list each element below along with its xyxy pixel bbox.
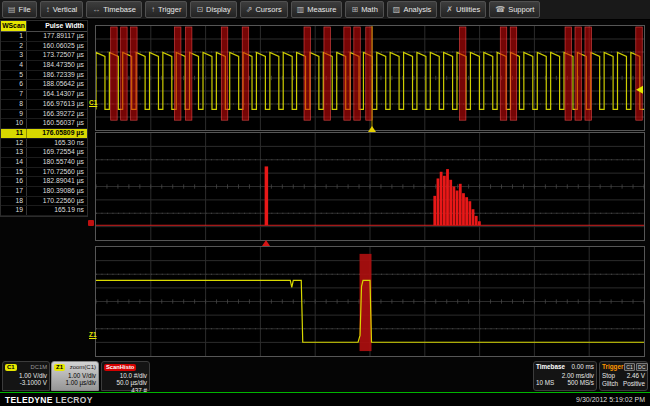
row-index: 7: [1, 90, 27, 99]
menu-label: File: [19, 5, 31, 14]
pulse-width-value: 169.72554 µs: [27, 148, 87, 157]
c1-waveform-grid[interactable]: C1: [95, 25, 645, 131]
wavescan-row-13[interactable]: 13169.72554 µs: [1, 148, 87, 158]
menu-analysis-button[interactable]: ▨Analysis: [387, 1, 438, 18]
row-index: 17: [1, 187, 27, 196]
scanhisto-descriptor-box[interactable]: ScanHisto 10.0 #/div 50.0 µs/div 437 #: [101, 361, 150, 391]
pulse-width-value: 188.05642 µs: [27, 80, 87, 89]
scanhisto-ydiv: 10.0 #/div: [104, 372, 147, 380]
row-index: 6: [1, 80, 27, 89]
pulse-width-header[interactable]: Pulse Width: [27, 21, 87, 31]
menu-label: Utilities: [456, 5, 480, 14]
menu-trigger-button[interactable]: ↑Trigger: [145, 1, 187, 18]
row-index: 2: [1, 42, 27, 51]
zoom-position-marker-icon[interactable]: [368, 126, 376, 132]
row-index: 1: [1, 32, 27, 41]
menu-support-button[interactable]: ☎Support: [489, 1, 540, 18]
menu-timebase-button[interactable]: ↔Timebase: [86, 1, 142, 18]
row-index: 4: [1, 61, 27, 70]
footer-bar: TELEDYNE LECROY 9/30/2012 5:19:02 PM: [0, 393, 650, 406]
wavescan-row-10[interactable]: 10160.56037 µs: [1, 119, 87, 129]
menu-label: Analysis: [403, 5, 431, 14]
utilities-icon: ✗: [446, 6, 453, 14]
trigger-box[interactable]: Trigger C1DC Stop 2.46 V Glitch Positive: [599, 361, 648, 391]
wscan-header[interactable]: WScan: [1, 21, 27, 31]
vertical-arrows-icon: ↕: [46, 6, 50, 14]
timebase-scale: 2.00 ms/div: [536, 372, 594, 380]
wavescan-row-3[interactable]: 3173.72507 µs: [1, 51, 87, 61]
timebase-samples: 10 MS: [536, 379, 554, 388]
trigger-mode: Stop: [602, 372, 615, 381]
menu-math-button[interactable]: ⊞Math: [345, 1, 383, 18]
menu-measure-button[interactable]: ▥Measure: [291, 1, 343, 18]
pulse-width-value: 170.72560 µs: [27, 168, 87, 177]
wavescan-results-table: WScan Pulse Width 1177.89117 µs2160.0602…: [0, 20, 88, 217]
z1-badge: Z1: [54, 364, 65, 372]
timebase-box[interactable]: Timebase 0.00 ms 2.00 ms/div 10 MS 500 M…: [533, 361, 597, 391]
z1-tdiv: 1.00 µs/div: [54, 379, 96, 387]
wavescan-row-14[interactable]: 14180.55740 µs: [1, 158, 87, 168]
menu-vertical-button[interactable]: ↕Vertical: [40, 1, 84, 18]
row-index: 13: [1, 148, 27, 157]
wavescan-row-4[interactable]: 4184.47350 µs: [1, 61, 87, 71]
wavescan-row-16[interactable]: 16182.89041 µs: [1, 177, 87, 187]
row-index: 18: [1, 197, 27, 206]
wavescan-row-7[interactable]: 7164.14307 µs: [1, 90, 87, 100]
pulse-width-value: 165.19 ns: [27, 206, 87, 215]
row-index: 10: [1, 119, 27, 128]
menu-utilities-button[interactable]: ✗Utilities: [440, 1, 486, 18]
wavescan-row-2[interactable]: 2160.06025 µs: [1, 42, 87, 52]
z1-source: zoom(C1): [70, 363, 96, 372]
row-index: 15: [1, 168, 27, 177]
scanhisto-xdiv: 50.0 µs/div: [104, 379, 147, 387]
brand-logo: TELEDYNE LECROY: [5, 395, 93, 405]
z1-descriptor-box[interactable]: Z1 zoom(C1) 1.00 V/div 1.00 µs/div: [51, 361, 99, 391]
menu-label: Display: [206, 5, 231, 14]
wavescan-row-6[interactable]: 6188.05642 µs: [1, 80, 87, 90]
wavescan-row-5[interactable]: 5186.72339 µs: [1, 71, 87, 81]
c1-waveform-plot: [96, 26, 644, 130]
menu-bar: ▤File↕Vertical↔Timebase↑Trigger⊡Display⇗…: [0, 0, 650, 20]
pulse-width-value: 166.39272 µs: [27, 110, 87, 119]
pulse-width-value: 180.55740 µs: [27, 158, 87, 167]
menu-label: Math: [361, 5, 378, 14]
trigger-arrow-icon: ↑: [151, 6, 155, 14]
z1-vdiv: 1.00 V/div: [54, 372, 96, 380]
oscilloscope-screen: ▤File↕Vertical↔Timebase↑Trigger⊡Display⇗…: [0, 0, 650, 406]
row-index: 9: [1, 110, 27, 119]
pulse-width-value: 177.89117 µs: [27, 32, 87, 41]
analysis-icon: ▨: [393, 6, 401, 14]
row-index: 3: [1, 51, 27, 60]
trigger-source-badge: C1: [624, 363, 635, 371]
c1-descriptor-box[interactable]: C1 DC1M 1.00 V/div -3.1000 V: [2, 361, 50, 391]
table-body: 1177.89117 µs2160.06025 µs3173.72507 µs4…: [1, 32, 87, 216]
file-icon: ▤: [8, 6, 16, 14]
pulse-width-value: 170.22560 µs: [27, 197, 87, 206]
scanhisto-grid[interactable]: [95, 132, 645, 241]
row-index: 5: [1, 71, 27, 80]
menu-label: Support: [508, 5, 534, 14]
trigger-coupling-badge: DC: [636, 363, 648, 371]
wavescan-row-19[interactable]: 19165.19 ns: [1, 206, 87, 216]
wavescan-row-9[interactable]: 9166.39272 µs: [1, 110, 87, 120]
wavescan-row-11[interactable]: 11176.05809 µs: [1, 129, 87, 139]
menu-label: Timebase: [103, 5, 136, 14]
pulse-width-value: 182.89041 µs: [27, 177, 87, 186]
display-icon: ⊡: [196, 6, 203, 14]
menu-file-button[interactable]: ▤File: [2, 1, 37, 18]
wavescan-row-18[interactable]: 18170.22560 µs: [1, 197, 87, 207]
pulse-width-value: 186.72339 µs: [27, 71, 87, 80]
wavescan-row-1[interactable]: 1177.89117 µs: [1, 32, 87, 42]
menu-display-button[interactable]: ⊡Display: [190, 1, 236, 18]
histogram-marker-icon: [262, 240, 270, 246]
wavescan-row-8[interactable]: 8166.97613 µs: [1, 100, 87, 110]
wavescan-row-12[interactable]: 12165.30 ns: [1, 139, 87, 149]
wavescan-row-17[interactable]: 17180.39086 µs: [1, 187, 87, 197]
datetime-label: 9/30/2012 5:19:02 PM: [576, 396, 645, 403]
z1-zoom-grid[interactable]: Z1: [95, 246, 645, 357]
menu-cursors-button[interactable]: ⇗Cursors: [240, 1, 288, 18]
trigger-type: Glitch: [602, 380, 618, 389]
z1-zoom-plot: [96, 247, 644, 356]
scanhisto-baseline-marker: [88, 220, 94, 226]
wavescan-row-15[interactable]: 15170.72560 µs: [1, 168, 87, 178]
